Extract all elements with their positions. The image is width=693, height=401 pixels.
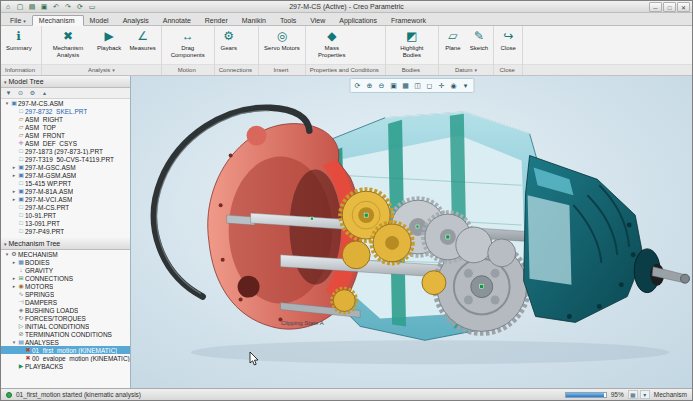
tab-label: Tools: [280, 17, 296, 24]
mechanism-tree-header[interactable]: ▾ Mechanism Tree: [1, 238, 130, 250]
model-tree-item[interactable]: □ 297-M-CS.PRT: [1, 203, 130, 211]
mechanism-tree-item[interactable]: ▶ PLAYBACKS: [1, 362, 130, 370]
mechanism-tree-item[interactable]: ✖ 00_evalope_motion (KINEMATIC): [1, 354, 130, 362]
model-tree-item[interactable]: □ 10-91.PRT: [1, 211, 130, 219]
navigator-panel: ▾ Model Tree ▼⊙⚙▴ ▾ ▣ 297-M-CS.ASM □ 297…: [1, 76, 131, 388]
model-tree-item[interactable]: □ 297-1873 (297-873-1).PRT: [1, 147, 130, 155]
regenerate-icon[interactable]: ⟳: [75, 2, 85, 12]
repaint-icon[interactable]: ⟳: [352, 80, 363, 91]
mechanism-tree-item[interactable]: ↓ GRAVITY: [1, 266, 130, 274]
tree-item-label: 00_evalope_motion (KINEMATIC): [32, 355, 130, 362]
tab-render[interactable]: Render: [199, 16, 236, 25]
undo-icon[interactable]: ↶: [51, 2, 61, 12]
model-tree-item[interactable]: □ 297-8732_SKEL.PRT: [1, 107, 130, 115]
tab-file[interactable]: File ▾: [4, 16, 32, 25]
refit-icon[interactable]: ▣: [388, 80, 399, 91]
model-tree-item[interactable]: ▱ ASM_TOP: [1, 123, 130, 131]
playback-button[interactable]: ▶ Playback: [93, 27, 125, 53]
mechanism-tree-item[interactable]: ∿ SPRINGS: [1, 290, 130, 298]
tab-model[interactable]: Model: [84, 16, 117, 25]
mechanism-tree-item[interactable]: ⊣ DAMPERS: [1, 298, 130, 306]
spin-center-icon[interactable]: ◉: [448, 80, 459, 91]
model-tree-item[interactable]: ✛ ASM_DEF_CSYS: [1, 139, 130, 147]
zoom-out-icon[interactable]: ⊖: [376, 80, 387, 91]
search-icon[interactable]: ⊙: [16, 89, 25, 98]
mechanism-tree-item[interactable]: ▷ INITIAL CONDITIONS: [1, 322, 130, 330]
creo-home-icon[interactable]: ⌂: [3, 2, 13, 12]
model-tree-item[interactable]: ▸ ▣ 297-M-81A.ASM: [1, 187, 130, 195]
mechanism-tree-item[interactable]: ⊘ TERMINATION CONDITIONS: [1, 330, 130, 338]
ribbon-tab-bar: File ▾ Mechanism Model Analysis Annotate…: [1, 13, 692, 26]
mechanism-tree-item[interactable]: ↻ FORCES/TORQUES: [1, 314, 130, 322]
ribbon-group-motion: ↔ Drag Components Motion: [162, 26, 215, 75]
tree-item-label: 297-M-CS.ASM: [18, 100, 64, 107]
mechanism-tree-item[interactable]: ▾ ⚙ MECHANISM: [1, 250, 130, 258]
analysis-icon: ✖: [24, 346, 32, 354]
tab-framework[interactable]: Framework: [385, 16, 434, 25]
redo-icon[interactable]: ↷: [63, 2, 73, 12]
mechanism-tree-item[interactable]: ✖ 01_first_motion (KINEMATIC): [1, 346, 130, 354]
open-file-icon[interactable]: ▤: [27, 2, 37, 12]
mechanism-analysis-button[interactable]: ✖ Mechanism Analysis: [43, 27, 93, 59]
mechanism-tree-item[interactable]: ▸ ⊞ CONNECTIONS: [1, 274, 130, 282]
rear-housing: [524, 155, 644, 322]
tab-analysis[interactable]: Analysis: [117, 16, 157, 25]
view-manager-icon[interactable]: ◻: [424, 80, 435, 91]
progress-bar: [565, 392, 607, 398]
drag-components-button[interactable]: ↔ Drag Components: [163, 27, 213, 59]
sketch-button[interactable]: ✎ Sketch: [466, 27, 492, 53]
new-file-icon[interactable]: ▢: [15, 2, 25, 12]
progress-percent: 95%: [611, 391, 624, 398]
part-icon: □: [17, 219, 25, 227]
part-icon: □: [17, 227, 25, 235]
plane-button[interactable]: ▱ Plane: [440, 27, 466, 53]
tab-mechanism[interactable]: Mechanism: [32, 15, 84, 26]
ribbon: ℹ Summary Information ✖ Mechanism Analys…: [1, 26, 692, 76]
more-tools-icon[interactable]: ▾: [460, 80, 471, 91]
display-style-icon[interactable]: ▦: [400, 80, 411, 91]
mechanism-tree-item[interactable]: ▾ ▤ ANALYSES: [1, 338, 130, 346]
model-display-icon[interactable]: ▦: [628, 390, 638, 399]
tree-filter-icon[interactable]: ▼: [4, 89, 13, 98]
model-tree-list: ▾ ▣ 297-M-CS.ASM □ 297-8732_SKEL.PRT ▱ A…: [1, 99, 130, 238]
collapse-all-icon[interactable]: ▴: [40, 89, 49, 98]
datum-display-icon[interactable]: ✛: [436, 80, 447, 91]
window-icon[interactable]: ▭: [87, 2, 97, 12]
model-tree-item[interactable]: □ 297-T319_50-CVS-T4119.PRT: [1, 155, 130, 163]
model-tree-item[interactable]: ▸ ▣ 297-M-GSC.ASM: [1, 163, 130, 171]
model-tree-header[interactable]: ▾ Model Tree: [1, 76, 130, 88]
model-tree-item[interactable]: ▱ ASM_FRONT: [1, 131, 130, 139]
button-label: Playback: [97, 45, 121, 52]
minimize-icon[interactable]: ─: [649, 2, 662, 12]
mechanism-tree-item[interactable]: ▸ ◉ MOTORS: [1, 282, 130, 290]
mechanism-tree-item[interactable]: ▸ ▦ BODIES: [1, 258, 130, 266]
model-tree-item[interactable]: ▾ ▣ 297-M-CS.ASM: [1, 99, 130, 107]
mechanism-tree-item[interactable]: ◈ BUSHING LOADS: [1, 306, 130, 314]
summary-button[interactable]: ℹ Summary: [2, 27, 36, 53]
maximize-icon[interactable]: □: [663, 2, 676, 12]
graphics-viewport[interactable]: ⟳⊕⊖▣▦◫◻✛◉▾: [131, 76, 692, 388]
model-tree-item[interactable]: □ 13-091.PRT: [1, 219, 130, 227]
tab-manikin[interactable]: Manikin: [236, 16, 274, 25]
save-icon[interactable]: ▣: [39, 2, 49, 12]
tree-settings-icon[interactable]: ⚙: [28, 89, 37, 98]
model-tree-item[interactable]: ▸ ▣ 297-M-GSM.ASM: [1, 171, 130, 179]
tab-applications[interactable]: Applications: [333, 16, 385, 25]
mass-properties-button[interactable]: ◆ Mass Properties: [307, 27, 357, 59]
model-tree-item[interactable]: □ 15-415 WP.PRT: [1, 179, 130, 187]
close-icon[interactable]: ✕: [677, 2, 690, 12]
highlight-bodies-button[interactable]: ◩ Highlight Bodies: [387, 27, 437, 59]
tab-annotate[interactable]: Annotate: [157, 16, 199, 25]
model-tree-item[interactable]: ▱ ASM_RIGHT: [1, 115, 130, 123]
selection-filter-icon[interactable]: ▾: [640, 390, 650, 399]
zoom-in-icon[interactable]: ⊕: [364, 80, 375, 91]
measures-button[interactable]: ∠ Measures: [125, 27, 159, 53]
model-tree-item[interactable]: ▸ ▣ 297-M-VCI.ASM: [1, 195, 130, 203]
gears-button[interactable]: ⚙ Gears: [216, 27, 242, 53]
tab-view[interactable]: View: [304, 16, 333, 25]
saved-orientations-icon[interactable]: ◫: [412, 80, 423, 91]
servo-motors-button[interactable]: ◎ Servo Motors: [260, 27, 304, 53]
tab-tools[interactable]: Tools: [274, 16, 304, 25]
close-mechanism-button[interactable]: ↪ Close: [495, 27, 521, 53]
model-tree-item[interactable]: □ 297-P49.PRT: [1, 227, 130, 235]
